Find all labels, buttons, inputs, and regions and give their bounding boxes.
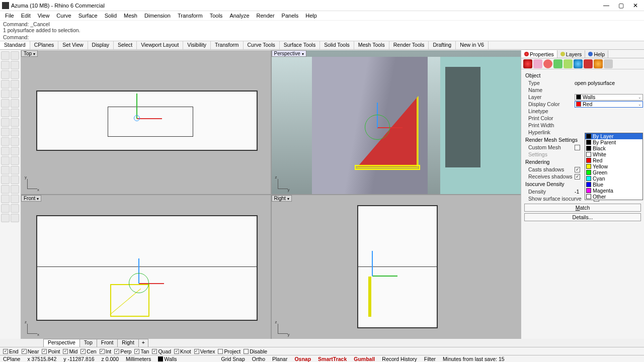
color-option-red[interactable]: Red bbox=[585, 157, 642, 163]
tbtab-display[interactable]: Display bbox=[88, 41, 114, 49]
tbtab-select[interactable]: Select bbox=[114, 41, 137, 49]
tbtab-mesh-tools[interactable]: Mesh Tools bbox=[354, 41, 389, 49]
viewtab-add[interactable]: + bbox=[138, 339, 148, 347]
left-tool-28[interactable] bbox=[1, 185, 10, 194]
color-option-magenta[interactable]: Magenta bbox=[585, 188, 642, 194]
menu-edit[interactable]: Edit bbox=[18, 13, 34, 19]
left-tool-13[interactable] bbox=[11, 109, 19, 117]
left-tool-8[interactable] bbox=[1, 89, 10, 98]
menu-panels[interactable]: Panels bbox=[279, 13, 302, 19]
osnap-perp[interactable]: ✓Perp bbox=[114, 348, 131, 354]
tbtab-curve-tools[interactable]: Curve Tools bbox=[244, 41, 280, 49]
viewtab-top[interactable]: Top bbox=[79, 339, 97, 347]
left-tool-34[interactable] bbox=[1, 214, 10, 222]
osnap-int[interactable]: ✓Int bbox=[100, 348, 112, 354]
color-option-other[interactable]: Other bbox=[585, 194, 642, 200]
display-color-dropdown[interactable]: By LayerBy ParentBlackWhiteRedYellowGree… bbox=[585, 133, 643, 200]
menu-surface[interactable]: Surface bbox=[75, 13, 101, 19]
left-tool-19[interactable] bbox=[11, 137, 19, 146]
tab-layers[interactable]: Layers bbox=[557, 50, 586, 58]
left-tool-12[interactable] bbox=[1, 109, 10, 117]
receives-shadows-checkbox[interactable]: ✓ bbox=[575, 174, 580, 179]
viewtab-perspective[interactable]: Perspective bbox=[43, 339, 80, 347]
tbtab-new-in-v6[interactable]: New in V6 bbox=[456, 41, 489, 49]
left-tool-17[interactable] bbox=[11, 128, 19, 136]
menu-file[interactable]: File bbox=[2, 13, 17, 19]
prop-edge-icon[interactable] bbox=[564, 59, 573, 68]
left-tool-29[interactable] bbox=[11, 185, 19, 194]
left-tool-32[interactable] bbox=[1, 204, 10, 213]
maximize-button[interactable]: ▢ bbox=[618, 2, 624, 9]
left-tool-1[interactable] bbox=[11, 51, 19, 60]
osnap-mid[interactable]: ✓Mid bbox=[63, 348, 77, 354]
match-button[interactable]: Match bbox=[524, 204, 641, 212]
tbtab-set-view[interactable]: Set View bbox=[58, 41, 88, 49]
color-option-blue[interactable]: Blue bbox=[585, 182, 642, 188]
status-ortho[interactable]: Ortho bbox=[252, 356, 265, 362]
left-tool-31[interactable] bbox=[11, 195, 19, 203]
viewport-front[interactable]: Front▾ xz bbox=[21, 195, 271, 339]
menu-help[interactable]: Help bbox=[302, 13, 320, 19]
left-tool-0[interactable] bbox=[1, 51, 10, 60]
menu-tools[interactable]: Tools bbox=[207, 13, 226, 19]
left-tool-3[interactable] bbox=[11, 61, 19, 69]
color-option-green[interactable]: Green bbox=[585, 169, 642, 175]
osnap-quad[interactable]: ✓Quad bbox=[152, 348, 171, 354]
left-tool-30[interactable] bbox=[1, 195, 10, 203]
osnap-tan[interactable]: ✓Tan bbox=[134, 348, 149, 354]
color-option-yellow[interactable]: Yellow bbox=[585, 163, 642, 169]
status-x[interactable]: x 37515.842 bbox=[27, 356, 56, 362]
tbtab-transform[interactable]: Transform bbox=[211, 41, 243, 49]
tab-properties[interactable]: Properties bbox=[521, 50, 557, 58]
viewport-title-right[interactable]: Right▾ bbox=[272, 195, 292, 202]
prop-decal-icon[interactable] bbox=[553, 59, 562, 68]
menu-mesh[interactable]: Mesh bbox=[121, 13, 140, 19]
left-tool-35[interactable] bbox=[11, 214, 19, 222]
tbtab-viewport-layout[interactable]: Viewport Layout bbox=[137, 41, 183, 49]
prop-material-icon[interactable] bbox=[533, 59, 542, 68]
left-tool-25[interactable] bbox=[11, 166, 19, 174]
tbtab-standard[interactable]: Standard bbox=[0, 41, 30, 49]
left-tool-4[interactable] bbox=[1, 70, 10, 79]
status-gumball[interactable]: Gumball bbox=[354, 356, 375, 362]
left-tool-23[interactable] bbox=[11, 156, 19, 165]
prop-displaycolor-select[interactable]: Red⌄ bbox=[575, 101, 643, 108]
status-y[interactable]: y -11287.816 bbox=[63, 356, 94, 362]
prop-object-icon[interactable] bbox=[523, 59, 532, 68]
tab-help[interactable]: Help bbox=[585, 50, 608, 58]
viewport-title-front[interactable]: Front▾ bbox=[21, 195, 41, 202]
status-units[interactable]: Millimeters bbox=[126, 356, 151, 362]
menu-transform[interactable]: Transform bbox=[175, 13, 206, 19]
status-filter[interactable]: Filter bbox=[424, 356, 436, 362]
menu-dimension[interactable]: Dimension bbox=[141, 13, 174, 19]
status-planar[interactable]: Planar bbox=[272, 356, 287, 362]
left-tool-22[interactable] bbox=[1, 156, 10, 165]
left-tool-21[interactable] bbox=[11, 147, 19, 155]
casts-shadows-checkbox[interactable]: ✓ bbox=[575, 167, 580, 172]
osnap-point[interactable]: ✓Point bbox=[42, 348, 60, 354]
status-record-history[interactable]: Record History bbox=[382, 356, 417, 362]
color-option-black[interactable]: Black bbox=[585, 145, 642, 151]
left-tool-20[interactable] bbox=[1, 147, 10, 155]
prop-misc-icon[interactable] bbox=[604, 59, 613, 68]
tbtab-render-tools[interactable]: Render Tools bbox=[389, 41, 429, 49]
tbtab-drafting[interactable]: Drafting bbox=[429, 41, 456, 49]
osnap-cen[interactable]: ✓Cen bbox=[80, 348, 96, 354]
viewtab-right[interactable]: Right bbox=[117, 339, 139, 347]
command-input[interactable] bbox=[29, 34, 641, 40]
left-tool-15[interactable] bbox=[11, 118, 19, 127]
viewport-title-top[interactable]: Top▾ bbox=[21, 50, 38, 57]
left-tool-27[interactable] bbox=[11, 175, 19, 184]
left-tool-5[interactable] bbox=[11, 70, 19, 79]
viewport-title-perspective[interactable]: Perspective▾ bbox=[272, 50, 306, 57]
menu-analyze[interactable]: Analyze bbox=[226, 13, 252, 19]
command-line[interactable]: Command: bbox=[0, 34, 644, 41]
left-tool-33[interactable] bbox=[11, 204, 19, 213]
close-button[interactable]: ✕ bbox=[633, 2, 638, 9]
tbtab-surface-tools[interactable]: Surface Tools bbox=[280, 41, 320, 49]
color-option-by-layer[interactable]: By Layer bbox=[585, 133, 642, 139]
tbtab-cplanes[interactable]: CPlanes bbox=[30, 41, 59, 49]
color-option-white[interactable]: White bbox=[585, 151, 642, 157]
prop-render-icon[interactable] bbox=[584, 59, 593, 68]
status-grid-snap[interactable]: Grid Snap bbox=[221, 356, 245, 362]
